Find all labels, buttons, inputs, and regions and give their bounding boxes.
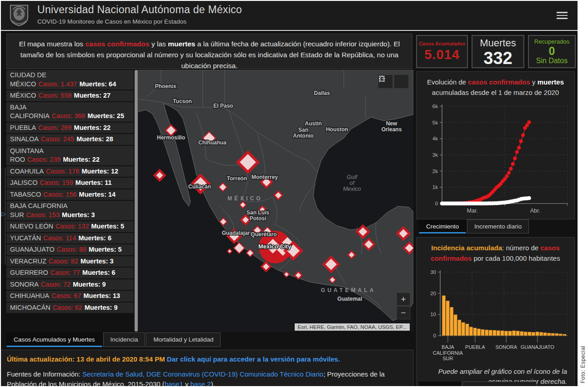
state-name: YUCATÁN <box>10 234 41 242</box>
svg-text:1k: 1k <box>432 184 437 190</box>
state-name: MÉXICO <box>10 92 36 99</box>
recovered-label: Recuperados <box>529 38 575 45</box>
state-deaths: Muertes: 22 <box>63 156 100 163</box>
incidence-bar[interactable] <box>547 332 551 335</box>
state-cases: Casos: 239 <box>27 156 60 163</box>
incidence-bar[interactable] <box>496 330 500 336</box>
incidence-bar[interactable] <box>493 330 496 335</box>
state-list-scrollbar[interactable] <box>135 70 138 332</box>
state-row[interactable]: YUCATÁNCasos: 114Muertes: 6 <box>6 233 134 244</box>
state-row[interactable]: BAJA CALIFORNIACasos: 368Muertes: 25 <box>6 102 134 122</box>
incidence-bar[interactable] <box>477 328 481 335</box>
app-subtitle: COVID-19 Monitoreo de Casos en México po… <box>37 18 186 25</box>
dashboard: Universidad Nacional Autónoma de México … <box>1 1 578 386</box>
mexico-map[interactable]: PhoenixTucsonEl PasoDallasAustinSanAnton… <box>138 70 413 332</box>
state-name: GUANAJUATO <box>10 246 55 253</box>
incidence-bar[interactable] <box>481 329 484 336</box>
incidence-bar[interactable] <box>461 322 465 335</box>
incidence-bar[interactable] <box>488 330 492 336</box>
tab-incidencia[interactable]: Incidencia <box>103 332 146 347</box>
tab-mortalidad-y-letalidad[interactable]: Mortalidad y Letalidad <box>146 332 221 347</box>
state-row[interactable]: MICHOACÁNCasos: 62Muertes: 9 <box>6 303 134 313</box>
state-row[interactable]: MÉXICOCasos: 558Muertes: 27 <box>6 90 134 101</box>
incidence-bar[interactable] <box>555 333 558 335</box>
incidence-chart[interactable]: 0102030BAJACALIFORNIASURPUEBLASONORAGUAN… <box>420 268 571 364</box>
incidence-bar[interactable] <box>450 307 453 336</box>
state-row[interactable]: NUEVO LEÓNCasos: 132Muertes: 5 <box>6 221 134 232</box>
incidence-bar[interactable] <box>563 334 566 336</box>
state-row[interactable]: CIUDAD DE MÉXICOCasos: 1.437Muertes: 64 <box>6 70 134 89</box>
state-row[interactable]: TABASCOCasos: 156Muertes: 14 <box>6 189 134 200</box>
header: Universidad Nacional Autónoma de México … <box>1 1 578 31</box>
tab-mortalidad-y-letalidad[interactable]: Mortalidad y Letalidad <box>462 382 537 386</box>
state-row[interactable]: PUEBLACasos: 269Muertes: 22 <box>6 123 134 134</box>
incidence-bar[interactable] <box>473 327 477 335</box>
svg-text:Phoenix: Phoenix <box>155 83 176 89</box>
incidence-bar[interactable] <box>504 331 508 336</box>
tab-casos-acumulados-y-muertes[interactable]: Casos Acumulados y Muertes <box>6 332 102 347</box>
state-row[interactable]: VERACRUZCasos: 82Muertes: 3 <box>6 256 134 267</box>
source-link[interactable]: Secretaría de Salud, DGE Coronavirus (CO… <box>82 370 323 378</box>
incidence-bar[interactable] <box>535 332 539 336</box>
base2-link[interactable]: base 2 <box>191 380 211 386</box>
incidence-bar[interactable] <box>551 333 554 336</box>
sources-prefix: Fuentes de Información: <box>7 370 82 378</box>
zoom-in-button[interactable]: + <box>397 293 410 306</box>
state-cases: Casos: 558 <box>38 92 71 99</box>
zoom-out-button[interactable]: − <box>397 306 410 319</box>
state-row[interactable]: CHIHUAHUACasos: 67Muertes: 13 <box>6 291 134 302</box>
incidence-bar[interactable] <box>543 332 547 336</box>
state-name: NUEVO LEÓN <box>10 223 53 230</box>
state-deaths: Muertes: 22 <box>74 124 111 131</box>
state-row[interactable]: COAHUILACasos: 176Muertes: 12 <box>6 166 134 177</box>
state-row[interactable]: SONORACasos: 72Muertes: 9 <box>6 279 134 290</box>
last-updated-text: Última actualización: 13 de abril de 202… <box>7 355 165 363</box>
incidence-bar[interactable] <box>539 332 543 336</box>
state-row[interactable]: BAJA CALIFORNIA SURCasos: 153Muertes: 3 <box>6 201 134 220</box>
incidence-bar[interactable] <box>508 331 512 335</box>
incidence-bar[interactable] <box>500 330 504 335</box>
incidence-bar[interactable] <box>457 320 461 336</box>
state-deaths: Muertes: 13 <box>84 292 121 299</box>
svg-text:0: 0 <box>435 201 437 206</box>
state-row[interactable]: GUANAJUATOCasos: 88Muertes: 5 <box>6 244 134 255</box>
incidence-bar[interactable] <box>520 331 523 336</box>
sources-and: y <box>183 380 191 386</box>
state-row[interactable]: QUINTANA ROOCasos: 239Muertes: 22 <box>6 146 134 165</box>
tab-incremento-diario[interactable]: Incremento diario <box>467 219 529 233</box>
mobile-version-link[interactable]: Dar click aquí para acceder a la versión… <box>167 355 340 363</box>
menu-icon[interactable] <box>557 12 568 20</box>
state-name: BAJA CALIFORNIA <box>10 104 50 120</box>
svg-text:2k: 2k <box>432 168 437 174</box>
tab-incidencia[interactable]: Incidencia <box>419 382 461 386</box>
incidence-bar[interactable] <box>446 301 449 336</box>
state-cases: Casos: 62 <box>53 304 82 311</box>
incidence-bar[interactable] <box>528 332 531 335</box>
state-row[interactable]: SINALOACasos: 245Muertes: 28 <box>6 134 134 145</box>
incidence-bar[interactable] <box>485 329 488 335</box>
state-cases: Casos: 132 <box>55 223 89 230</box>
svg-text:3k: 3k <box>432 152 437 158</box>
incidence-bar[interactable] <box>465 323 469 335</box>
panel-expander-icon[interactable]: ▷ <box>1 210 6 217</box>
incidence-bar[interactable] <box>516 331 519 336</box>
legend-list-icon <box>378 74 386 83</box>
state-deaths: Muertes: 27 <box>74 92 111 99</box>
map-attribution[interactable]: Esri, HERE, Garmin, FAO, NOAA, USGS, EP.… <box>295 323 410 331</box>
incidence-bar[interactable] <box>558 333 562 335</box>
base1-link[interactable]: base1 <box>165 380 183 386</box>
state-deaths: Muertes: 5 <box>89 246 122 253</box>
map-legend-button[interactable] <box>394 74 409 89</box>
incidence-bar[interactable] <box>442 295 446 336</box>
evolution-chart[interactable]: 01k2k3k4k5k6kMar.Abr. <box>420 101 571 220</box>
incidence-bar[interactable] <box>453 314 457 336</box>
incidence-bar[interactable] <box>523 332 527 336</box>
tab-crecimiento[interactable]: Crecimiento <box>419 219 466 233</box>
incidence-bar[interactable] <box>512 330 516 335</box>
svg-text:MÉXICO: MÉXICO <box>227 195 262 202</box>
incidence-bar[interactable] <box>531 332 535 336</box>
state-row[interactable]: JALISCOCasos: 159Muertes: 11 <box>6 178 134 189</box>
cases-value: 5.014 <box>417 47 467 62</box>
state-row[interactable]: GUERREROCasos: 77Muertes: 6 <box>6 268 134 278</box>
incidence-bar[interactable] <box>469 327 472 336</box>
